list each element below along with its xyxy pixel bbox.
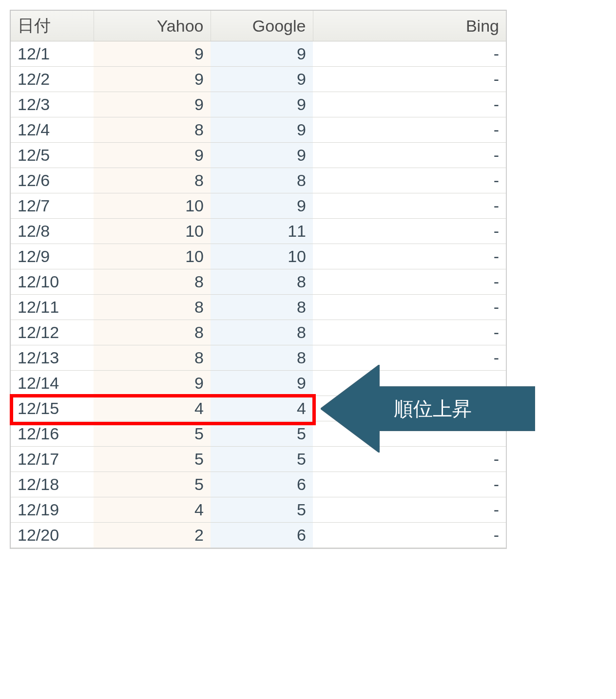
cell-google: 8	[211, 168, 313, 193]
cell-google: 10	[211, 244, 313, 269]
cell-google: 11	[211, 219, 313, 244]
table-row[interactable]: 12/299-	[11, 67, 506, 92]
cell-date: 12/7	[11, 193, 94, 219]
table-row[interactable]: 12/1945-	[11, 497, 506, 523]
cell-bing: -	[313, 472, 506, 497]
cell-bing: -	[313, 295, 506, 320]
cell-google: 5	[211, 497, 313, 523]
table-row[interactable]: 12/1288-	[11, 320, 506, 345]
table-row[interactable]: 12/399-	[11, 92, 506, 117]
table-row[interactable]: 12/688-	[11, 168, 506, 193]
cell-google: 8	[211, 269, 313, 295]
cell-bing: -	[313, 143, 506, 168]
table-row[interactable]: 12/91010-	[11, 244, 506, 269]
rank-up-callout: 順位上昇	[321, 365, 535, 453]
cell-google: 6	[211, 472, 313, 497]
table-header-row: 日付 Yahoo Google Bing	[11, 11, 506, 41]
cell-date: 12/18	[11, 472, 94, 497]
cell-date: 12/8	[11, 219, 94, 244]
cell-bing: -	[313, 168, 506, 193]
cell-google: 8	[211, 320, 313, 345]
table-row[interactable]: 12/2026-	[11, 523, 506, 548]
cell-bing: -	[313, 523, 506, 548]
cell-yahoo: 5	[94, 472, 211, 497]
cell-yahoo: 9	[94, 92, 211, 117]
cell-date: 12/14	[11, 371, 94, 396]
cell-google: 9	[211, 41, 313, 67]
cell-date: 12/12	[11, 320, 94, 345]
cell-date: 12/13	[11, 345, 94, 371]
cell-yahoo: 4	[94, 396, 211, 421]
cell-bing: -	[313, 244, 506, 269]
cell-google: 9	[211, 92, 313, 117]
cell-google: 9	[211, 67, 313, 92]
cell-date: 12/11	[11, 295, 94, 320]
cell-bing: -	[313, 92, 506, 117]
cell-google: 8	[211, 345, 313, 371]
cell-google: 6	[211, 523, 313, 548]
cell-yahoo: 8	[94, 117, 211, 143]
cell-date: 12/16	[11, 421, 94, 447]
cell-google: 9	[211, 193, 313, 219]
cell-yahoo: 8	[94, 269, 211, 295]
cell-yahoo: 2	[94, 523, 211, 548]
cell-bing: -	[313, 269, 506, 295]
cell-date: 12/9	[11, 244, 94, 269]
cell-google: 5	[211, 421, 313, 447]
table-body: 12/199-12/299-12/399-12/489-12/599-12/68…	[11, 41, 506, 548]
header-yahoo[interactable]: Yahoo	[94, 11, 211, 41]
cell-date: 12/4	[11, 117, 94, 143]
header-google[interactable]: Google	[211, 11, 313, 41]
table-row[interactable]: 12/199-	[11, 41, 506, 67]
cell-date: 12/15	[11, 396, 94, 421]
table-row[interactable]: 12/1088-	[11, 269, 506, 295]
cell-date: 12/6	[11, 168, 94, 193]
table-row[interactable]: 12/81011-	[11, 219, 506, 244]
cell-yahoo: 9	[94, 41, 211, 67]
table-row[interactable]: 12/1188-	[11, 295, 506, 320]
cell-yahoo: 8	[94, 295, 211, 320]
cell-date: 12/10	[11, 269, 94, 295]
cell-google: 5	[211, 447, 313, 472]
table-row[interactable]: 12/489-	[11, 117, 506, 143]
table-row[interactable]: 12/599-	[11, 143, 506, 168]
callout-label: 順位上昇	[394, 395, 472, 422]
header-date[interactable]: 日付	[11, 11, 94, 41]
cell-yahoo: 5	[94, 421, 211, 447]
cell-bing: -	[313, 219, 506, 244]
cell-yahoo: 5	[94, 447, 211, 472]
cell-google: 9	[211, 371, 313, 396]
cell-date: 12/19	[11, 497, 94, 523]
cell-date: 12/1	[11, 41, 94, 67]
cell-yahoo: 9	[94, 67, 211, 92]
cell-bing: -	[313, 320, 506, 345]
cell-yahoo: 9	[94, 371, 211, 396]
cell-bing: -	[313, 193, 506, 219]
cell-yahoo: 9	[94, 143, 211, 168]
cell-yahoo: 8	[94, 320, 211, 345]
ranking-table: 日付 Yahoo Google Bing 12/199-12/299-12/39…	[11, 11, 506, 548]
header-bing[interactable]: Bing	[313, 11, 506, 41]
cell-date: 12/20	[11, 523, 94, 548]
cell-yahoo: 10	[94, 193, 211, 219]
cell-bing: -	[313, 41, 506, 67]
cell-google: 9	[211, 143, 313, 168]
cell-google: 4	[211, 396, 313, 421]
cell-google: 9	[211, 117, 313, 143]
table-row[interactable]: 12/7109-	[11, 193, 506, 219]
cell-yahoo: 10	[94, 219, 211, 244]
cell-date: 12/3	[11, 92, 94, 117]
cell-yahoo: 8	[94, 345, 211, 371]
cell-bing: -	[313, 117, 506, 143]
cell-yahoo: 10	[94, 244, 211, 269]
cell-bing: -	[313, 67, 506, 92]
table-row[interactable]: 12/1856-	[11, 472, 506, 497]
cell-date: 12/2	[11, 67, 94, 92]
cell-yahoo: 4	[94, 497, 211, 523]
cell-date: 12/17	[11, 447, 94, 472]
cell-google: 8	[211, 295, 313, 320]
cell-yahoo: 8	[94, 168, 211, 193]
cell-date: 12/5	[11, 143, 94, 168]
cell-bing: -	[313, 497, 506, 523]
ranking-table-container: 日付 Yahoo Google Bing 12/199-12/299-12/39…	[10, 10, 507, 549]
